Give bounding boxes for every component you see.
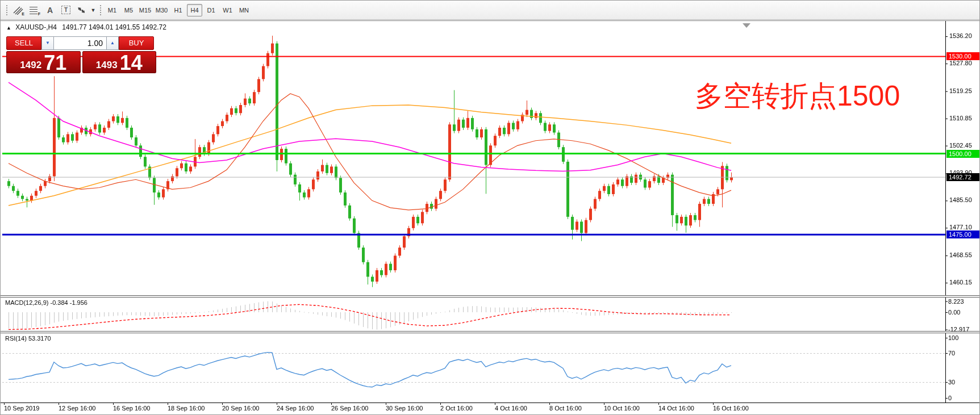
one-click-trading-panel: SELL ▼ ▲ BUY 1492 71 1493 14 (6, 36, 156, 73)
buy-price-tile[interactable]: 1493 14 (82, 51, 157, 73)
time-axis-label: 14 Oct 16:00 (658, 405, 694, 412)
price-tag-1475.00: 1475.00 (946, 230, 980, 238)
timeframe-MN[interactable]: MN (236, 4, 252, 16)
time-axis-label: 20 Sep 16:00 (222, 405, 259, 412)
macd-axis-label: -12.917 (948, 326, 969, 333)
timeframe-H4[interactable]: H4 (187, 4, 202, 16)
timeframe-M15[interactable]: M15 (137, 4, 153, 16)
time-axis-label: 2 Oct 16:00 (440, 405, 473, 412)
collapse-panel-icon[interactable]: ▲ (6, 25, 11, 31)
chart-top-border (1, 20, 980, 21)
time-axis-label: 26 Sep 16:00 (331, 405, 368, 412)
price-axis-label: 1477.10 (949, 224, 972, 230)
buy-price-main: 1493 (96, 60, 118, 71)
text-label-icon[interactable]: T (58, 3, 74, 17)
volume-input[interactable] (54, 36, 106, 50)
volume-increase-button[interactable]: ▲ (106, 36, 119, 50)
price-axis-border (945, 21, 946, 403)
macd-indicator-label: MACD(12,26,9) -0.384 -1.956 (5, 299, 87, 306)
text-icon[interactable]: A (42, 3, 58, 17)
time-axis-label: 18 Sep 16:00 (168, 405, 205, 412)
volume-decrease-button[interactable]: ▼ (41, 36, 54, 50)
price-axis-label: 1510.85 (949, 115, 972, 121)
fibonacci-retracement-icon[interactable]: F (26, 3, 42, 17)
sell-price-main: 1492 (20, 60, 41, 71)
rsi-panel-splitter[interactable] (1, 331, 980, 333)
price-tag-1492.72: 1492.72 (946, 173, 980, 181)
time-axis-border (1, 403, 980, 403)
price-tag-1530.00: 1530.00 (946, 52, 980, 60)
price-axis-label: 1527.80 (949, 60, 972, 66)
toolbar: E F A T ▼ M1M5M15M30H1H4D1W1MN (1, 1, 980, 20)
rsi-indicator-label: RSI(14) 53.3170 (5, 335, 51, 342)
sell-button[interactable]: SELL (6, 36, 41, 50)
timeframe-M1[interactable]: M1 (105, 4, 120, 16)
timeframe-M5[interactable]: M5 (121, 4, 136, 16)
price-axis-label: 1519.25 (949, 87, 972, 94)
sell-price-tile[interactable]: 1492 71 (6, 51, 81, 73)
arrows-palette-icon[interactable] (74, 3, 90, 17)
toolbar-drag-handle[interactable] (99, 4, 102, 16)
macd-panel-splitter[interactable] (1, 295, 980, 297)
toolbar-drag-handle[interactable] (5, 4, 8, 16)
time-axis-label: 30 Sep 16:00 (386, 405, 423, 412)
symbol-header: ▲ XAUUSD-,H4 1491.77 1494.01 1491.55 149… (6, 23, 170, 31)
timeframe-M30[interactable]: M30 (154, 4, 169, 16)
timeframe-H1[interactable]: H1 (170, 4, 186, 16)
macd-axis-label: 8.223 (948, 298, 964, 305)
price-tag-1500.00: 1500.00 (946, 150, 980, 158)
macd-axis-label: 0.00 (948, 309, 960, 316)
price-axis-label: 1468.55 (949, 251, 972, 258)
rsi-axis-label: 30 (948, 379, 955, 385)
price-axis-label: 1502.45 (949, 142, 972, 149)
chart-text-annotation[interactable]: 多空转折点1500 (695, 81, 900, 111)
time-axis-label: 10 Sep 2019 (4, 405, 39, 412)
time-axis-label: 16 Sep 16:00 (113, 405, 150, 412)
time-axis-label: 24 Sep 16:00 (277, 405, 314, 412)
rsi-axis-label: 70 (948, 350, 955, 357)
equidistant-channel-icon[interactable]: E (10, 3, 26, 17)
chart-shift-marker-icon[interactable] (743, 23, 750, 28)
sell-price-pips: 71 (44, 53, 66, 73)
trading-platform-window: E F A T ▼ M1M5M15M30H1H4D1W1MN ▲ XAUUSD-… (0, 0, 980, 415)
timeframe-toolbar: M1M5M15M30H1H4D1W1MN (104, 4, 252, 16)
price-axis-label: 1536.20 (949, 32, 972, 39)
price-axis-label: 1485.50 (949, 196, 972, 203)
ohlc-values: 1491.77 1494.01 1491.55 1492.72 (62, 23, 166, 31)
time-axis-label: 8 Oct 16:00 (549, 405, 582, 412)
arrows-dropdown-caret-icon[interactable]: ▼ (90, 3, 97, 17)
timeframe-D1[interactable]: D1 (203, 4, 219, 16)
time-axis-label: 12 Sep 16:00 (59, 405, 95, 412)
rsi-axis-label: 100 (948, 334, 958, 341)
time-axis-label: 16 Oct 16:00 (713, 405, 749, 412)
timeframe-W1[interactable]: W1 (220, 4, 235, 16)
time-axis-label: 4 Oct 16:00 (495, 405, 527, 412)
price-axis-label: 1460.15 (949, 279, 972, 286)
time-axis-label: 10 Oct 16:00 (604, 405, 640, 412)
rsi-axis-label: 0 (948, 395, 952, 401)
buy-button[interactable]: BUY (119, 36, 154, 50)
symbol-name: XAUUSD-,H4 (15, 23, 57, 31)
buy-price-pips: 14 (120, 53, 143, 73)
